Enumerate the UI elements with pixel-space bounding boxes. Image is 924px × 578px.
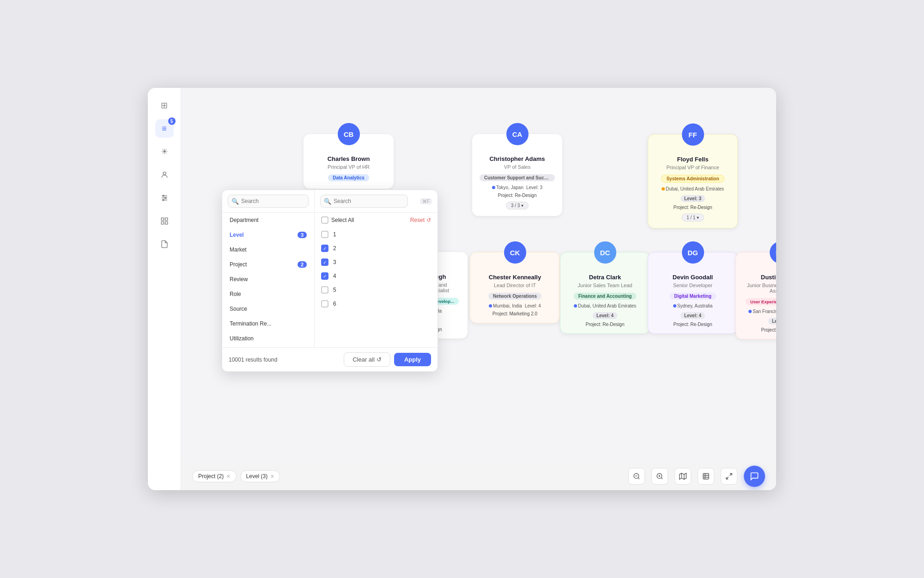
filter-left-search-wrap: 🔍 [222, 190, 314, 213]
bottom-bar: Project (2) × Level (3) × [181, 462, 776, 490]
card-level-tag: Level: 4 [593, 312, 617, 319]
sidebar-icon-filter[interactable]: ≡ 5 [155, 119, 174, 138]
card-title: VP of Sales [504, 164, 530, 170]
svg-line-15 [661, 478, 663, 479]
card-location: Dubai, United Arab Emirates [574, 303, 636, 308]
filter-option-4[interactable]: 4 [315, 269, 438, 283]
filter-top: 🔍 Department Level 3 [222, 190, 438, 347]
filter-option-3[interactable]: 3 [315, 255, 438, 269]
clear-all-button[interactable]: Clear all ↺ [344, 352, 390, 367]
sidebar-icon-person[interactable] [155, 166, 174, 184]
main-content: CB Charles Brown Principal VP of HR Data… [181, 88, 776, 490]
filter-item-department[interactable]: Department [222, 213, 314, 228]
card-chester-kenneally: CK Chester Kenneally Lead Director of IT… [470, 252, 560, 323]
filter-badge: 5 [168, 117, 176, 125]
card-title: Junior Sales Team Lead [578, 283, 632, 288]
filter-item-level[interactable]: Level 3 [222, 228, 314, 242]
filter-tag-level-label: Level (3) [246, 473, 268, 480]
filter-tag-level-close[interactable]: × [270, 473, 274, 480]
location-dot [748, 310, 752, 313]
sidebar-icon-sliders[interactable] [155, 189, 174, 207]
zoom-out-button[interactable] [628, 468, 645, 485]
sidebar-icon-grid[interactable]: ⊞ [155, 96, 174, 115]
card-tag: User Experience (UX) Design [746, 298, 776, 305]
zoom-in-button[interactable] [651, 468, 668, 485]
card-location: Mumbai, India [489, 303, 522, 308]
bottom-controls [628, 466, 765, 487]
avatar-christopher-adams: CA [506, 123, 529, 145]
reset-button[interactable]: Reset ↺ [410, 217, 431, 223]
svg-rect-9 [161, 222, 164, 224]
filter-badge-level: 3 [298, 232, 307, 238]
filter-option-1[interactable]: 1 [315, 228, 438, 241]
apply-button[interactable]: Apply [394, 353, 431, 366]
location-dot [673, 304, 676, 307]
filter-item-review[interactable]: Review [222, 272, 314, 287]
card-name: Dustin Arnold [761, 274, 776, 281]
filter-left-search-input[interactable] [228, 195, 309, 208]
filter-option-2[interactable]: 2 [315, 241, 438, 255]
expand-button[interactable]: 1 / 1 ▾ [681, 214, 704, 221]
filter-options-list: 1 2 3 4 [315, 228, 438, 347]
select-all-label[interactable]: Select All [321, 216, 354, 224]
checkbox-2[interactable] [321, 245, 328, 252]
filter-list: Department Level 3 Market Project [222, 213, 314, 347]
checkbox-1[interactable] [321, 231, 328, 238]
filter-item-utilization[interactable]: Utilization [222, 331, 314, 346]
sidebar-icon-board[interactable] [155, 212, 174, 230]
table-button[interactable] [698, 468, 714, 485]
footer-actions: Clear all ↺ Apply [344, 352, 431, 367]
filter-tag-level[interactable]: Level (3) × [240, 470, 280, 482]
filter-tag-project-label: Project (2) [198, 473, 224, 480]
filter-option-panel: 🔍 ⌘F Select All Reset [315, 190, 438, 347]
filter-option-6[interactable]: 6 [315, 297, 438, 311]
svg-point-5 [164, 197, 166, 199]
sidebar-icon-sun[interactable]: ☀ [155, 142, 174, 161]
svg-rect-7 [161, 218, 164, 220]
filter-option-5[interactable]: 5 [315, 283, 438, 297]
avatar-detra-clark: DC [594, 241, 616, 264]
filter-item-market[interactable]: Market [222, 242, 314, 257]
card-title: Senior Developer [673, 283, 712, 288]
org-chart: CB Charles Brown Principal VP of HR Data… [181, 88, 776, 490]
card-project: Project: Re-Design [498, 193, 537, 198]
filter-tag-project[interactable]: Project (2) × [192, 470, 237, 482]
filter-item-termination[interactable]: Termination Re... [222, 316, 314, 331]
checkbox-4[interactable] [321, 272, 328, 280]
avatar-devin-goodall: DG [682, 241, 704, 264]
sidebar-icon-doc[interactable] [155, 235, 174, 253]
select-all-checkbox[interactable] [321, 216, 328, 224]
expand-button[interactable]: 3 / 3 ▾ [506, 202, 529, 209]
filter-right-search-input[interactable] [320, 195, 408, 208]
reset-icon: ↺ [426, 217, 431, 223]
location-dot [492, 186, 495, 189]
card-project: Project: Marketing 2.0 [492, 311, 537, 316]
map-button[interactable] [675, 468, 691, 485]
avatar-dustin-arnold: DA [770, 241, 777, 264]
checkbox-6[interactable] [321, 300, 328, 307]
avatar-floyd-fells: FF [682, 123, 704, 146]
filter-item-source[interactable]: Source [222, 301, 314, 316]
filter-right-search-wrap: 🔍 ⌘F [315, 190, 438, 213]
search-shortcut: ⌘F [420, 198, 432, 204]
filter-category-list: 🔍 Department Level 3 [222, 190, 315, 347]
svg-point-6 [163, 199, 164, 201]
svg-line-25 [729, 473, 732, 476]
app-window: ⊞ ≡ 5 ☀ CB Charles Brown Principal VP o [148, 88, 776, 490]
fullscreen-button[interactable] [721, 468, 737, 485]
svg-point-0 [163, 172, 166, 175]
card-name: Floyd Fells [677, 156, 709, 163]
card-level-tag: Level: 4 [681, 312, 705, 319]
filter-item-project[interactable]: Project 2 [222, 257, 314, 272]
card-dustin-arnold: DA Dustin Arnold Junior Business Develop… [736, 252, 776, 339]
card-title: Principal VP of Finance [666, 165, 719, 170]
chat-button[interactable] [744, 466, 765, 487]
location-dot [662, 187, 665, 191]
filter-tag-project-close[interactable]: × [226, 473, 230, 480]
filter-item-role[interactable]: Role [222, 287, 314, 301]
card-title: Lead Director of IT [494, 283, 536, 288]
checkbox-3[interactable] [321, 258, 328, 266]
svg-point-4 [163, 195, 164, 197]
card-name: Devin Goodall [673, 274, 713, 281]
checkbox-5[interactable] [321, 286, 328, 294]
